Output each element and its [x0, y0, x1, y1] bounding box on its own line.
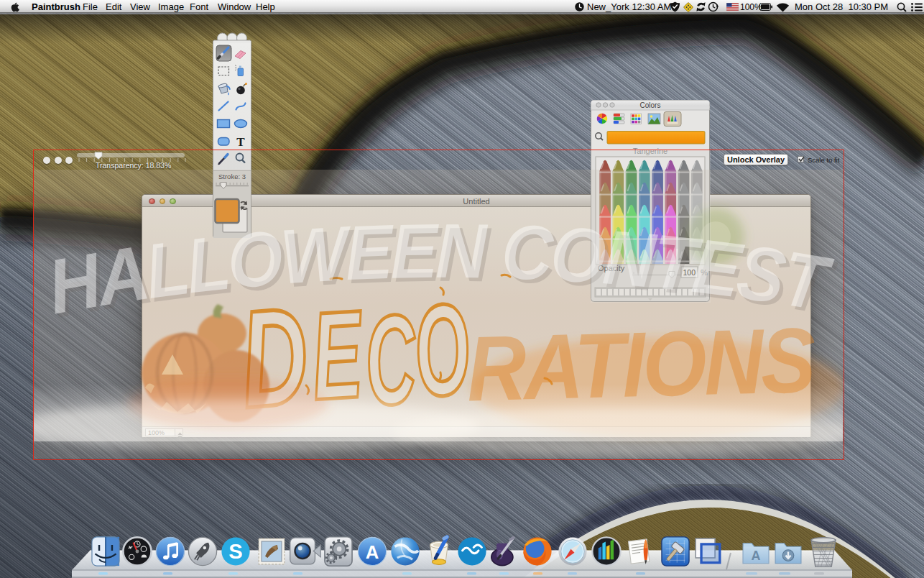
- svg-text:S: S: [228, 540, 242, 563]
- svg-text:A: A: [366, 542, 379, 562]
- svg-text:T: T: [236, 135, 245, 149]
- svg-text:Colors: Colors: [640, 101, 661, 109]
- svg-text:A: A: [752, 549, 761, 563]
